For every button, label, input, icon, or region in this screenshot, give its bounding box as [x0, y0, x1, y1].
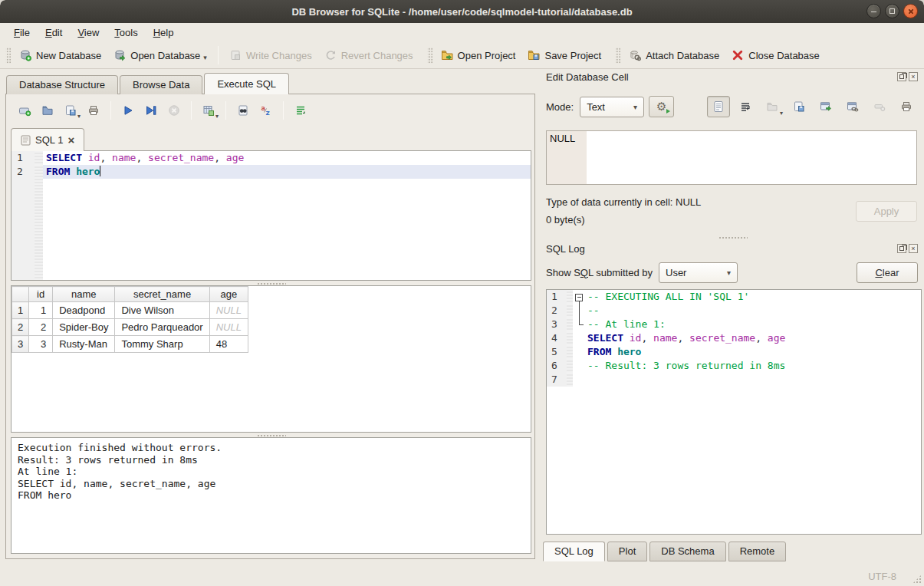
- save-results-dropdown-icon[interactable]: ▾: [215, 113, 219, 120]
- toolbar-grip[interactable]: [427, 47, 432, 64]
- cell-value-editor[interactable]: NULL: [546, 130, 917, 185]
- export-cell-data-button[interactable]: [788, 96, 811, 117]
- show-sql-label: Show SQL submitted by: [546, 267, 653, 278]
- chevron-down-icon: ▾: [727, 268, 731, 277]
- table-cell[interactable]: Deadpond: [53, 302, 115, 319]
- find-button[interactable]: [232, 100, 254, 120]
- status-bar: UTF-8: [0, 566, 924, 586]
- table-corner[interactable]: [12, 287, 29, 302]
- table-cell[interactable]: NULL: [209, 319, 248, 336]
- float-dock-icon[interactable]: [897, 72, 906, 81]
- menu-tools[interactable]: Tools: [107, 25, 145, 41]
- word-wrap-cell-button[interactable]: [734, 96, 757, 117]
- row-header[interactable]: 1: [12, 302, 29, 319]
- column-header[interactable]: id: [29, 287, 53, 302]
- table-cell[interactable]: 3: [29, 336, 53, 353]
- code-text: -- At line 1:: [585, 318, 921, 331]
- execute-current-line-button[interactable]: [140, 100, 162, 120]
- column-header[interactable]: name: [53, 287, 115, 302]
- sql-token: FROM: [587, 346, 611, 357]
- toolbar-grip[interactable]: [5, 47, 11, 64]
- open-project-button[interactable]: Open Project: [435, 46, 522, 64]
- save-project-button[interactable]: Save Project: [521, 46, 607, 64]
- apply-button[interactable]: Apply: [856, 201, 917, 222]
- menu-help[interactable]: Help: [146, 25, 182, 41]
- open-in-external-button[interactable]: [814, 96, 837, 117]
- sql-editor[interactable]: 1SELECT id, name, secret_name, age2FROM …: [11, 150, 531, 281]
- table-cell[interactable]: Dive Wilson: [115, 302, 209, 319]
- menu-view[interactable]: View: [70, 25, 107, 41]
- editor-empty-area[interactable]: [12, 179, 531, 280]
- maximize-button[interactable]: [885, 4, 899, 18]
- tab-remote[interactable]: Remote: [728, 542, 787, 561]
- save-sql-dropdown-icon[interactable]: ▾: [77, 113, 81, 120]
- text-mode-button[interactable]: [707, 96, 730, 117]
- tab-database-structure[interactable]: Database Structure: [6, 75, 118, 94]
- column-header[interactable]: age: [209, 287, 248, 302]
- attach-database-button[interactable]: Attach Database: [623, 46, 725, 64]
- revert-changes-button[interactable]: Revert Changes: [318, 46, 419, 64]
- tab-db-schema[interactable]: DB Schema: [649, 542, 725, 561]
- word-wrap-button[interactable]: [290, 100, 311, 120]
- sql-log-view: 1-- EXECUTING ALL IN 'SQL 1'2--3-- At li…: [546, 289, 922, 535]
- open-database-dropdown-icon[interactable]: ▾: [203, 54, 207, 61]
- close-database-button[interactable]: Close Database: [725, 46, 826, 64]
- tab-plot[interactable]: Plot: [607, 542, 647, 561]
- save-results-button[interactable]: ▾: [198, 100, 219, 120]
- execute-all-button[interactable]: [117, 100, 139, 120]
- copy-link-button[interactable]: [841, 96, 864, 117]
- resize-grip[interactable]: [912, 574, 922, 584]
- format-sql-button[interactable]: az: [255, 100, 277, 120]
- table-cell[interactable]: Tommy Sharp: [115, 336, 209, 353]
- close-dock-icon[interactable]: ×: [909, 244, 918, 253]
- mode-select[interactable]: Text ▾: [580, 97, 644, 117]
- table-cell[interactable]: Spider-Boy: [53, 319, 115, 336]
- sql-document-icon: [21, 135, 31, 146]
- open-sql-file-button[interactable]: [37, 100, 58, 120]
- minimize-button[interactable]: [866, 4, 881, 18]
- tab-sql-log[interactable]: SQL Log: [543, 542, 605, 561]
- submitted-by-select[interactable]: User ▾: [659, 262, 738, 283]
- table-cell[interactable]: 1: [29, 302, 53, 319]
- table-cell[interactable]: 48: [209, 336, 248, 353]
- save-sql-file-button[interactable]: ▾: [60, 100, 81, 120]
- menu-file[interactable]: File: [6, 25, 38, 41]
- float-dock-icon[interactable]: [897, 244, 906, 253]
- auto-apply-button[interactable]: ⚙: [649, 96, 674, 117]
- close-button[interactable]: [903, 4, 918, 18]
- sql-1-tab[interactable]: SQL 1 ×: [11, 128, 84, 151]
- set-null-button[interactable]: [868, 96, 891, 117]
- table-row: 11DeadpondDive WilsonNULL: [12, 302, 248, 319]
- row-header[interactable]: 2: [12, 319, 29, 336]
- print-button[interactable]: [83, 100, 104, 120]
- print-cell-button[interactable]: [895, 96, 918, 117]
- sql-token: ,: [677, 332, 689, 344]
- table-cell[interactable]: Rusty-Man: [53, 336, 115, 353]
- new-database-button[interactable]: New Database: [13, 46, 107, 64]
- close-dock-icon[interactable]: ×: [909, 72, 918, 81]
- fold-margin: [567, 373, 573, 387]
- column-header[interactable]: secret_name: [115, 287, 209, 302]
- tab-browse-data[interactable]: Browse Data: [120, 75, 202, 94]
- table-cell[interactable]: NULL: [209, 302, 248, 319]
- toolbar-separator: [225, 101, 226, 120]
- sql-tab-bar: SQL 1 ×: [11, 128, 84, 151]
- new-sql-tab-button[interactable]: [14, 100, 35, 120]
- row-header[interactable]: 3: [12, 336, 29, 353]
- fold-margin: [567, 290, 573, 304]
- write-changes-button[interactable]: Write Changes: [223, 46, 318, 64]
- table-cell[interactable]: 2: [29, 319, 53, 336]
- stop-button[interactable]: [163, 100, 185, 120]
- menu-edit[interactable]: Edit: [38, 25, 70, 41]
- toolbar-grip[interactable]: [615, 47, 620, 64]
- open-database-button[interactable]: Open Database ▾: [107, 46, 213, 64]
- table-cell[interactable]: Pedro Parqueador: [115, 319, 209, 336]
- import-cell-data-button[interactable]: ▾: [761, 96, 784, 117]
- clear-log-button[interactable]: Clear: [857, 262, 918, 283]
- status-line: FROM hero: [18, 489, 524, 502]
- close-sql-tab-icon[interactable]: ×: [67, 134, 74, 146]
- main-tab-bar: Database Structure Browse Data Execute S…: [6, 73, 291, 94]
- fold-collapse-icon[interactable]: [573, 290, 585, 304]
- tab-execute-sql[interactable]: Execute SQL: [204, 73, 289, 94]
- dock-splitter[interactable]: [718, 236, 748, 239]
